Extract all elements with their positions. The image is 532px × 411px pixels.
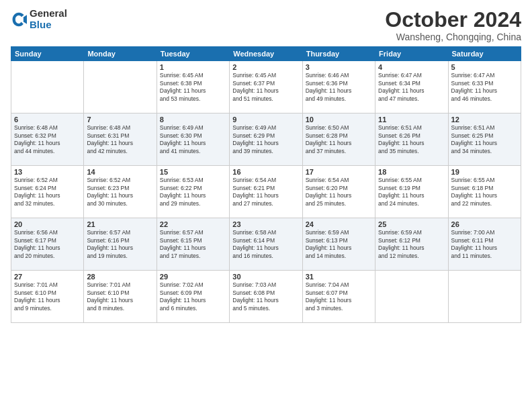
calendar-cell: 7Sunrise: 6:48 AM Sunset: 6:31 PM Daylig… <box>84 113 157 166</box>
day-info: Sunrise: 6:48 AM Sunset: 6:32 PM Dayligh… <box>14 124 81 155</box>
weekday-header-saturday: Saturday <box>448 47 521 61</box>
calendar-cell: 29Sunrise: 7:02 AM Sunset: 6:09 PM Dayli… <box>157 271 229 323</box>
day-number: 21 <box>87 220 153 228</box>
calendar-cell: 4Sunrise: 6:47 AM Sunset: 6:34 PM Daylig… <box>375 61 448 113</box>
day-info: Sunrise: 6:52 AM Sunset: 6:24 PM Dayligh… <box>14 177 81 208</box>
calendar-week-2: 6Sunrise: 6:48 AM Sunset: 6:32 PM Daylig… <box>11 113 521 166</box>
day-info: Sunrise: 6:50 AM Sunset: 6:28 PM Dayligh… <box>306 124 372 155</box>
day-info: Sunrise: 6:59 AM Sunset: 6:12 PM Dayligh… <box>378 229 445 260</box>
day-number: 1 <box>160 63 226 71</box>
calendar-cell: 6Sunrise: 6:48 AM Sunset: 6:32 PM Daylig… <box>11 113 84 166</box>
location: Wansheng, Chongqing, China <box>385 32 521 42</box>
day-info: Sunrise: 7:00 AM Sunset: 6:11 PM Dayligh… <box>451 229 518 260</box>
day-number: 2 <box>232 63 299 71</box>
weekday-header-friday: Friday <box>375 47 448 61</box>
calendar-cell: 11Sunrise: 6:51 AM Sunset: 6:26 PM Dayli… <box>375 113 448 166</box>
weekday-header-thursday: Thursday <box>302 47 375 61</box>
day-info: Sunrise: 7:01 AM Sunset: 6:10 PM Dayligh… <box>14 281 81 312</box>
day-info: Sunrise: 7:01 AM Sunset: 6:10 PM Dayligh… <box>87 281 153 312</box>
day-number: 17 <box>306 168 372 176</box>
weekday-row: SundayMondayTuesdayWednesdayThursdayFrid… <box>11 47 521 61</box>
calendar-cell: 8Sunrise: 6:49 AM Sunset: 6:30 PM Daylig… <box>157 113 229 166</box>
calendar-cell <box>375 271 448 323</box>
calendar-cell: 10Sunrise: 6:50 AM Sunset: 6:28 PM Dayli… <box>302 113 375 166</box>
day-number: 23 <box>232 220 299 228</box>
day-number: 12 <box>451 116 518 124</box>
day-number: 31 <box>306 273 372 281</box>
day-number: 9 <box>232 116 299 124</box>
page-header: General Blue October 2024 Wansheng, Chon… <box>11 8 521 42</box>
day-info: Sunrise: 6:58 AM Sunset: 6:14 PM Dayligh… <box>232 229 299 260</box>
calendar-cell: 26Sunrise: 7:00 AM Sunset: 6:11 PM Dayli… <box>448 218 521 271</box>
day-info: Sunrise: 6:47 AM Sunset: 6:33 PM Dayligh… <box>451 72 518 103</box>
day-info: Sunrise: 7:04 AM Sunset: 6:07 PM Dayligh… <box>306 281 372 312</box>
day-info: Sunrise: 6:46 AM Sunset: 6:36 PM Dayligh… <box>306 72 372 103</box>
calendar-cell: 20Sunrise: 6:56 AM Sunset: 6:17 PM Dayli… <box>11 218 84 271</box>
day-info: Sunrise: 6:55 AM Sunset: 6:19 PM Dayligh… <box>378 177 445 208</box>
calendar-cell: 9Sunrise: 6:49 AM Sunset: 6:29 PM Daylig… <box>230 113 302 166</box>
weekday-header-wednesday: Wednesday <box>230 47 302 61</box>
title-block: October 2024 Wansheng, Chongqing, China <box>385 8 521 42</box>
day-number: 4 <box>378 63 445 71</box>
day-number: 15 <box>160 168 226 176</box>
calendar-cell: 27Sunrise: 7:01 AM Sunset: 6:10 PM Dayli… <box>11 271 84 323</box>
day-info: Sunrise: 6:52 AM Sunset: 6:23 PM Dayligh… <box>87 177 153 208</box>
day-info: Sunrise: 6:59 AM Sunset: 6:13 PM Dayligh… <box>306 229 372 260</box>
calendar-cell: 24Sunrise: 6:59 AM Sunset: 6:13 PM Dayli… <box>302 218 375 271</box>
day-number: 22 <box>160 220 226 228</box>
calendar-week-5: 27Sunrise: 7:01 AM Sunset: 6:10 PM Dayli… <box>11 271 521 323</box>
day-info: Sunrise: 6:57 AM Sunset: 6:16 PM Dayligh… <box>87 229 153 260</box>
weekday-header-tuesday: Tuesday <box>157 47 229 61</box>
day-number: 5 <box>451 63 518 71</box>
calendar-body: 1Sunrise: 6:45 AM Sunset: 6:38 PM Daylig… <box>11 61 521 323</box>
day-number: 28 <box>87 273 153 281</box>
day-number: 26 <box>451 220 518 228</box>
day-number: 29 <box>160 273 226 281</box>
calendar-cell: 5Sunrise: 6:47 AM Sunset: 6:33 PM Daylig… <box>448 61 521 113</box>
day-info: Sunrise: 6:45 AM Sunset: 6:37 PM Dayligh… <box>232 72 299 103</box>
day-info: Sunrise: 6:49 AM Sunset: 6:30 PM Dayligh… <box>160 124 226 155</box>
day-number: 7 <box>87 116 153 124</box>
day-number: 18 <box>378 168 445 176</box>
day-number: 20 <box>14 220 81 228</box>
logo-icon <box>11 11 27 28</box>
calendar-week-3: 13Sunrise: 6:52 AM Sunset: 6:24 PM Dayli… <box>11 166 521 218</box>
logo-text: General Blue <box>30 8 67 30</box>
day-number: 16 <box>232 168 299 176</box>
calendar-cell: 18Sunrise: 6:55 AM Sunset: 6:19 PM Dayli… <box>375 166 448 218</box>
calendar-cell: 3Sunrise: 6:46 AM Sunset: 6:36 PM Daylig… <box>302 61 375 113</box>
weekday-header-monday: Monday <box>84 47 157 61</box>
day-info: Sunrise: 6:49 AM Sunset: 6:29 PM Dayligh… <box>232 124 299 155</box>
day-info: Sunrise: 6:53 AM Sunset: 6:22 PM Dayligh… <box>160 177 226 208</box>
day-number: 19 <box>451 168 518 176</box>
day-info: Sunrise: 6:45 AM Sunset: 6:38 PM Dayligh… <box>160 72 226 103</box>
calendar-cell: 21Sunrise: 6:57 AM Sunset: 6:16 PM Dayli… <box>84 218 157 271</box>
day-info: Sunrise: 6:51 AM Sunset: 6:25 PM Dayligh… <box>451 124 518 155</box>
day-info: Sunrise: 6:48 AM Sunset: 6:31 PM Dayligh… <box>87 124 153 155</box>
calendar-week-4: 20Sunrise: 6:56 AM Sunset: 6:17 PM Dayli… <box>11 218 521 271</box>
day-info: Sunrise: 6:56 AM Sunset: 6:17 PM Dayligh… <box>14 229 81 260</box>
calendar-cell: 17Sunrise: 6:54 AM Sunset: 6:20 PM Dayli… <box>302 166 375 218</box>
calendar-cell: 13Sunrise: 6:52 AM Sunset: 6:24 PM Dayli… <box>11 166 84 218</box>
day-number: 8 <box>160 116 226 124</box>
calendar-week-1: 1Sunrise: 6:45 AM Sunset: 6:38 PM Daylig… <box>11 61 521 113</box>
day-number: 27 <box>14 273 81 281</box>
calendar-cell <box>11 61 84 113</box>
day-number: 24 <box>306 220 372 228</box>
calendar-cell: 28Sunrise: 7:01 AM Sunset: 6:10 PM Dayli… <box>84 271 157 323</box>
calendar-header: SundayMondayTuesdayWednesdayThursdayFrid… <box>11 47 521 61</box>
day-info: Sunrise: 6:54 AM Sunset: 6:21 PM Dayligh… <box>232 177 299 208</box>
month-title: October 2024 <box>385 8 521 32</box>
day-number: 3 <box>306 63 372 71</box>
calendar-cell <box>84 61 157 113</box>
calendar-cell: 23Sunrise: 6:58 AM Sunset: 6:14 PM Dayli… <box>230 218 302 271</box>
day-number: 6 <box>14 116 81 124</box>
calendar-cell: 19Sunrise: 6:55 AM Sunset: 6:18 PM Dayli… <box>448 166 521 218</box>
calendar-cell: 1Sunrise: 6:45 AM Sunset: 6:38 PM Daylig… <box>157 61 229 113</box>
calendar-cell: 25Sunrise: 6:59 AM Sunset: 6:12 PM Dayli… <box>375 218 448 271</box>
day-number: 25 <box>378 220 445 228</box>
day-info: Sunrise: 6:54 AM Sunset: 6:20 PM Dayligh… <box>306 177 372 208</box>
day-number: 14 <box>87 168 153 176</box>
day-number: 10 <box>306 116 372 124</box>
calendar-cell: 30Sunrise: 7:03 AM Sunset: 6:08 PM Dayli… <box>230 271 302 323</box>
